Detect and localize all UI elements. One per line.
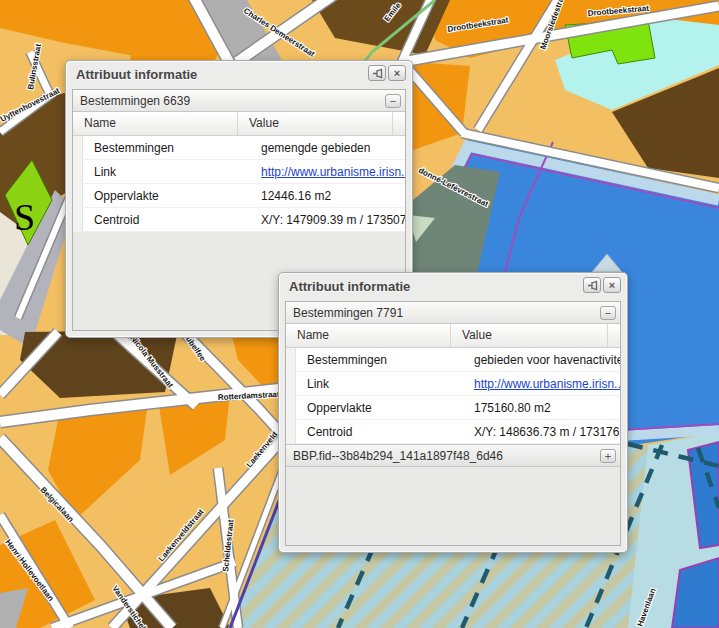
window2-title: Attribuut informatie [289, 279, 410, 294]
grid-gutter [608, 324, 620, 347]
window1-feature-header[interactable]: Bestemmingen 6639 − [73, 90, 405, 112]
column-header-name[interactable]: Name [286, 324, 451, 347]
pin-icon[interactable] [583, 277, 601, 293]
attribute-grid: Bestemmingen gemengde gebieden Link http… [73, 136, 405, 232]
table-row[interactable]: Link http://www.urbanisme.irisn... [286, 372, 620, 396]
table-row[interactable]: Bestemmingen gemengde gebieden [73, 136, 405, 160]
close-icon[interactable]: × [388, 65, 406, 81]
row-grip [286, 348, 296, 371]
window1-title: Attribuut informatie [76, 67, 197, 82]
row-grip [73, 208, 83, 231]
row-grip [286, 372, 296, 395]
attr-name: Oppervlakte [296, 401, 463, 415]
attr-name: Oppervlakte [83, 189, 250, 203]
attr-name: Link [83, 165, 250, 179]
collapse-icon[interactable]: − [600, 306, 616, 320]
feature-title: Bestemmingen 6639 [80, 94, 385, 108]
row-grip [286, 420, 296, 443]
attr-value: http://www.urbanisme.irisn... [250, 165, 405, 179]
table-row[interactable]: Oppervlakte 175160.80 m2 [286, 396, 620, 420]
window2-panel: Bestemmingen 7791 − Name Value Bestemmin… [285, 301, 621, 546]
column-header-value[interactable]: Value [238, 112, 393, 135]
column-header-name[interactable]: Name [73, 112, 238, 135]
grid-header[interactable]: Name Value [286, 324, 620, 348]
attr-value: 12446.16 m2 [250, 189, 405, 203]
attribute-link[interactable]: http://www.urbanisme.irisn... [474, 377, 620, 391]
school-symbol: S [14, 196, 35, 238]
row-grip [73, 136, 83, 159]
attr-name: Centroid [83, 213, 250, 227]
table-row[interactable]: Centroid X/Y: 147909.39 m / 173507.... [73, 208, 405, 232]
attribute-link[interactable]: http://www.urbanisme.irisn... [261, 165, 405, 179]
table-row[interactable]: Link http://www.urbanisme.irisn... [73, 160, 405, 184]
feature-title: Bestemmingen 7791 [293, 306, 600, 320]
attr-name: Bestemmingen [83, 141, 250, 155]
row-grip [73, 160, 83, 183]
window2-titlebar[interactable]: Attribuut informatie × [279, 273, 627, 300]
pin-icon-glyph [372, 68, 383, 79]
table-row[interactable]: Oppervlakte 12446.16 m2 [73, 184, 405, 208]
column-header-value[interactable]: Value [451, 324, 608, 347]
collapse-icon[interactable]: − [385, 94, 401, 108]
attr-value: http://www.urbanisme.irisn... [463, 377, 620, 391]
attr-name: Centroid [296, 425, 463, 439]
attribute-info-window-2: Attribuut informatie × Bestemmingen 7791… [278, 272, 628, 553]
attr-value: 175160.80 m2 [463, 401, 620, 415]
grid-header[interactable]: Name Value [73, 112, 405, 136]
pin-icon[interactable] [368, 65, 386, 81]
expand-icon[interactable]: + [600, 449, 616, 463]
attr-value: X/Y: 148636.73 m / 173176.... [463, 425, 620, 439]
window1-titlebar[interactable]: Attribuut informatie × [66, 61, 412, 88]
row-grip [286, 396, 296, 419]
table-row[interactable]: Centroid X/Y: 148636.73 m / 173176.... [286, 420, 620, 444]
row-grip [73, 184, 83, 207]
attr-name: Bestemmingen [296, 353, 463, 367]
panel-empty-area [286, 467, 620, 545]
attr-name: Link [296, 377, 463, 391]
attribute-grid: Bestemmingen gebieden voor havenactivite… [286, 348, 620, 444]
feature-id: BBP.fid--3b84b294_141a1897f48_6d46 [293, 449, 600, 463]
collapsed-feature-row[interactable]: BBP.fid--3b84b294_141a1897f48_6d46 + [286, 444, 620, 467]
close-icon[interactable]: × [603, 277, 621, 293]
table-row[interactable]: Bestemmingen gebieden voor havenactivite… [286, 348, 620, 372]
grid-gutter [393, 112, 405, 135]
attr-value: X/Y: 147909.39 m / 173507.... [250, 213, 405, 227]
attr-value: gemengde gebieden [250, 141, 405, 155]
window2-feature-header[interactable]: Bestemmingen 7791 − [286, 302, 620, 324]
pin-icon-glyph [587, 280, 598, 291]
attr-value: gebieden voor havenactivite... [463, 353, 620, 367]
